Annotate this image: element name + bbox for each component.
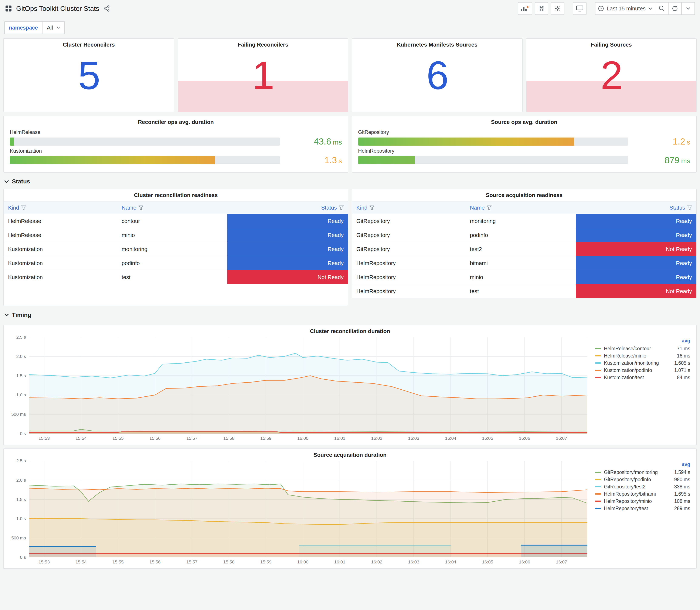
legend-item[interactable]: GitRepository/monitoring 1.594 s	[595, 469, 690, 476]
legend-item[interactable]: HelmRepository/minio 108 ms	[595, 498, 690, 505]
chart-legend: avg HelmRelease/contour 71 ms HelmReleas…	[587, 337, 693, 442]
column-header-status[interactable]: Status	[576, 202, 696, 214]
table-row: Kustomization test Not Ready	[4, 270, 348, 284]
bar-gauge-row: GitRepository 1.2s	[358, 129, 690, 147]
table-row: GitRepository test2 Not Ready	[352, 242, 696, 256]
cell-kind: HelmRepository	[352, 284, 466, 298]
cell-status: Ready	[576, 228, 696, 242]
panel-cluster-readiness: Cluster reconciliation readiness Kind Na…	[3, 189, 348, 306]
chevron-down-icon	[4, 314, 9, 317]
cell-name: test2	[466, 242, 576, 256]
series-color-swatch	[595, 370, 601, 371]
variable-value-label: All	[47, 25, 53, 31]
zoom-out-button[interactable]	[655, 2, 669, 15]
section-timing-toggle[interactable]: Timing	[3, 309, 697, 321]
bar-gauge-label: HelmRelease	[10, 129, 342, 135]
dashboard-page: GitOps Toolkit Cluster Stats	[0, 0, 700, 577]
table-row: GitRepository monitoring Ready	[352, 214, 696, 228]
bar-gauge-label: HelmRepository	[358, 148, 690, 154]
column-header-kind[interactable]: Kind	[4, 202, 117, 214]
cycle-view-button[interactable]	[573, 2, 587, 15]
save-dashboard-button[interactable]	[535, 2, 548, 15]
variables-row: namespace All	[3, 21, 697, 34]
cell-name: test	[117, 270, 227, 284]
variable-value-dropdown[interactable]: All	[43, 21, 65, 34]
table-body: GitRepository monitoring Ready GitReposi…	[352, 214, 696, 298]
panel-title: Source acquisition readiness	[352, 189, 696, 201]
legend-item[interactable]: HelmRepository/test 289 ms	[595, 505, 690, 512]
series-avg-value: 289 ms	[674, 505, 690, 511]
section-timing-label: Timing	[12, 311, 31, 318]
legend-item[interactable]: GitRepository/podinfo 980 ms	[595, 476, 690, 483]
bar-gauge-track	[358, 156, 628, 164]
series-color-swatch	[595, 479, 601, 480]
cell-status: Ready	[227, 242, 348, 256]
add-panel-button[interactable]	[518, 2, 532, 15]
legend-item[interactable]: HelmRelease/minio 16 ms	[595, 352, 690, 359]
refresh-button[interactable]	[668, 2, 682, 15]
panel-source-readiness: Source acquisition readiness Kind Name S…	[352, 189, 697, 299]
series-avg-value: 71 ms	[677, 346, 690, 352]
stat-value: 2	[601, 55, 622, 95]
bar-gauge-value: 1.3s	[286, 155, 342, 165]
column-header-name[interactable]: Name	[466, 202, 576, 214]
cell-status: Ready	[576, 214, 696, 228]
series-color-swatch	[595, 363, 601, 364]
series-avg-value: 16 ms	[677, 353, 690, 359]
legend-item[interactable]: HelmRepository/bitnami 1.695 s	[595, 490, 690, 498]
legend-item[interactable]: Kustomization/podinfo 1.071 s	[595, 367, 690, 374]
series-name: GitRepository/podinfo	[604, 477, 651, 482]
refresh-interval-dropdown[interactable]	[681, 2, 695, 15]
cell-kind: HelmRelease	[4, 228, 117, 242]
series-color-swatch	[595, 486, 601, 487]
panel-source-ops: Source ops avg. duration GitRepository 1…	[352, 116, 697, 173]
cell-kind: GitRepository	[352, 242, 466, 256]
bar-gauge-track	[10, 138, 280, 146]
dashboard-settings-button[interactable]	[551, 2, 565, 15]
stat-value: 6	[426, 55, 448, 95]
cell-status: Ready	[227, 214, 348, 228]
series-name: GitRepository/test2	[604, 484, 646, 490]
series-avg-value: 1.071 s	[674, 368, 690, 373]
dashboard-title: GitOps Toolkit Cluster Stats	[16, 5, 99, 13]
stat-panel: Kubernetes Manifests Sources 6	[352, 38, 523, 112]
time-range-picker[interactable]: Last 15 minutes	[595, 2, 655, 15]
stat-panel-title: Kubernetes Manifests Sources	[352, 39, 522, 51]
legend-item[interactable]: GitRepository/test2 338 ms	[595, 483, 690, 490]
bar-gauge-value: 1.2s	[634, 137, 690, 147]
time-series-plot[interactable]	[29, 337, 587, 434]
cell-name: contour	[117, 214, 227, 228]
stat-panel-title: Failing Sources	[526, 39, 696, 51]
column-header-status[interactable]: Status	[227, 202, 348, 214]
legend-avg-header[interactable]: avg	[595, 462, 690, 467]
x-axis-labels: 15:5315:5415:5515:5615:5715:5815:5916:00…	[29, 557, 587, 566]
legend-item[interactable]: HelmRelease/contour 71 ms	[595, 345, 690, 352]
panel-title: Cluster reconciliation readiness	[4, 189, 348, 201]
column-header-kind[interactable]: Kind	[352, 202, 466, 214]
apps-grid-icon[interactable]	[5, 5, 12, 12]
legend-item[interactable]: Kustomization/monitoring 1.605 s	[595, 359, 690, 367]
legend-avg-header[interactable]: avg	[595, 338, 690, 344]
table-row: HelmRepository minio Ready	[352, 270, 696, 284]
x-axis-labels: 15:5315:5415:5515:5615:5715:5815:5916:00…	[29, 434, 587, 442]
filter-icon	[339, 206, 344, 210]
bar-gauge-row: HelmRelease 43.6ms	[10, 129, 342, 147]
filter-icon	[139, 206, 143, 210]
share-icon[interactable]	[103, 5, 110, 12]
cell-status: Ready	[576, 270, 696, 284]
series-name: HelmRepository/test	[604, 505, 648, 511]
bar-gauge-value: 43.6ms	[286, 137, 342, 147]
section-status-toggle[interactable]: Status	[3, 175, 697, 188]
legend-item[interactable]: Kustomization/test 84 ms	[595, 374, 690, 381]
panel-source-acquisition-duration: Source acquisition duration 0 s500 ms1.0…	[3, 448, 697, 569]
column-header-name[interactable]: Name	[117, 202, 227, 214]
panel-title: Source ops avg. duration	[352, 116, 696, 128]
series-avg-value: 980 ms	[674, 477, 690, 482]
cell-kind: Kustomization	[4, 242, 117, 256]
bar-gauge-value: 879ms	[634, 155, 690, 165]
time-series-plot[interactable]	[29, 461, 587, 557]
table-row: HelmRelease contour Ready	[4, 214, 348, 228]
cell-name: bitnami	[466, 256, 576, 270]
cell-name: minio	[117, 228, 227, 242]
top-navbar: GitOps Toolkit Cluster Stats	[3, 0, 697, 17]
